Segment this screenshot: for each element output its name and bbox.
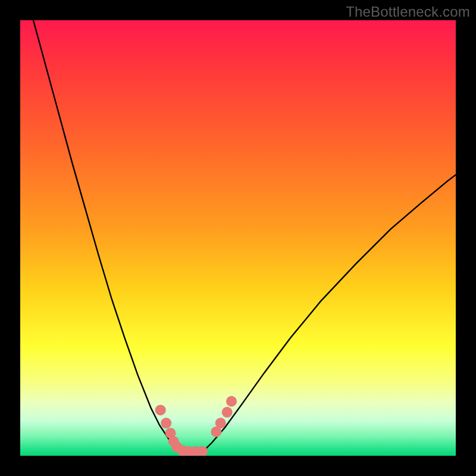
plot-area	[20, 20, 456, 456]
gradient-background	[20, 20, 456, 456]
scatter-point	[155, 405, 166, 415]
watermark-text: TheBottleneck.com	[346, 4, 470, 20]
chart-svg	[20, 20, 456, 456]
scatter-point	[226, 396, 237, 407]
chart-frame: TheBottleneck.com	[0, 0, 476, 476]
scatter-point	[161, 418, 171, 428]
scatter-point	[222, 407, 233, 418]
scatter-point	[215, 418, 226, 428]
